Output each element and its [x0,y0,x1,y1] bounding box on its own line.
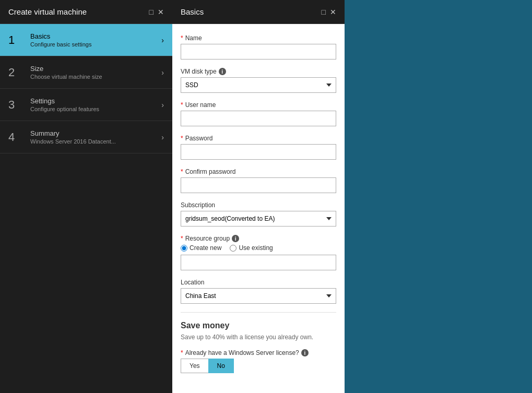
password-input[interactable] [181,144,336,160]
background-area [345,0,532,393]
confirm-password-group: * Confirm password [181,168,336,193]
vm-disk-type-label: VM disk type i [181,68,336,75]
step-list: 1 Basics Configure basic settings › 2 Si… [0,24,172,153]
step-4-number: 4 [8,130,25,144]
name-group: * Name [181,34,336,59]
resource-group-label: * Resource group i [181,235,336,242]
confirm-password-input[interactable] [181,177,336,193]
resource-group-required-star: * [181,235,183,242]
license-label-text: Already have a Windows Server license? [185,349,299,356]
step-4-subtitle: Windows Server 2016 Datacent... [30,138,161,145]
resource-group-group: * Resource group i Create new Use existi… [181,235,336,270]
resource-group-radio-group: Create new Use existing [181,244,336,252]
license-group: * Already have a Windows Server license?… [181,349,336,373]
location-select[interactable]: China East China North [181,288,336,304]
right-panel-header: Basics □ ✕ [172,0,345,24]
step-1-title: Basics [30,32,161,40]
step-2-number: 2 [8,66,25,79]
location-label-text: Location [181,279,204,286]
subscription-group: Subscription gridsum_seod(Converted to E… [181,201,336,227]
license-no-button[interactable]: No [208,359,234,373]
step-2-subtitle: Choose virtual machine size [30,74,161,80]
left-panel-controls: □ ✕ [149,8,164,16]
right-close-button[interactable]: ✕ [330,8,336,16]
left-panel-title: Create virtual machine [8,7,87,16]
confirm-password-required-star: * [181,168,183,175]
location-group: Location China East China North [181,279,336,304]
save-money-section: Save money Save up to 40% with a license… [181,321,336,341]
resource-group-input[interactable] [181,255,336,270]
vm-disk-type-info-icon[interactable]: i [219,68,226,75]
step-1-info: Basics Configure basic settings [30,32,161,47]
step-3-title: Settings [30,97,161,105]
right-panel-title: Basics [181,7,204,16]
vm-disk-type-group: VM disk type i SSD HDD [181,68,336,93]
subscription-label-text: Subscription [181,201,215,209]
location-label: Location [181,279,336,286]
resource-group-info-icon[interactable]: i [232,235,239,242]
left-close-button[interactable]: ✕ [158,8,164,16]
username-group: * User name [181,101,336,126]
vm-disk-type-select[interactable]: SSD HDD [181,77,336,93]
step-4-chevron-icon: › [161,133,164,141]
name-label-text: Name [185,34,202,42]
resource-group-label-text: Resource group [185,235,230,242]
username-label-text: User name [185,101,216,109]
save-money-title: Save money [181,321,336,330]
username-input[interactable] [181,111,336,126]
step-2-title: Size [30,65,161,73]
resource-group-use-existing-option[interactable]: Use existing [230,244,273,252]
license-info-icon[interactable]: i [301,349,309,356]
step-1-chevron-icon: › [161,36,164,44]
step-3-info: Settings Configure optional features [30,97,161,112]
password-required-star: * [181,135,183,142]
license-yes-button[interactable]: Yes [181,359,208,373]
name-input[interactable] [181,44,336,59]
step-3-item[interactable]: 3 Settings Configure optional features › [0,89,172,121]
password-group: * Password [181,135,336,160]
step-3-number: 3 [8,98,25,112]
form-content: * Name VM disk type i SSD HDD * User nam… [172,24,345,393]
password-label: * Password [181,135,336,142]
left-panel: Create virtual machine □ ✕ 1 Basics Conf… [0,0,172,393]
step-2-chevron-icon: › [161,68,164,77]
step-4-title: Summary [30,129,161,137]
username-label: * User name [181,101,336,109]
subscription-label: Subscription [181,201,336,209]
section-divider [181,312,336,313]
username-required-star: * [181,101,183,109]
step-1-number: 1 [8,33,25,47]
license-label: * Already have a Windows Server license?… [181,349,336,356]
step-1-item[interactable]: 1 Basics Configure basic settings › [0,24,172,56]
step-4-info: Summary Windows Server 2016 Datacent... [30,129,161,145]
resource-group-create-new-label: Create new [190,244,221,252]
name-label: * Name [181,34,336,42]
step-3-chevron-icon: › [161,101,164,109]
step-3-subtitle: Configure optional features [30,106,161,112]
resource-group-use-existing-radio[interactable] [230,245,237,252]
confirm-password-label-text: Confirm password [185,168,236,175]
step-2-item[interactable]: 2 Size Choose virtual machine size › [0,56,172,89]
vm-disk-type-label-text: VM disk type [181,68,217,75]
right-panel: Basics □ ✕ * Name VM disk type i SSD HDD [172,0,345,393]
resource-group-create-new-option[interactable]: Create new [181,244,221,252]
step-4-item[interactable]: 4 Summary Windows Server 2016 Datacent..… [0,121,172,153]
resource-group-use-existing-label: Use existing [239,244,273,252]
step-2-info: Size Choose virtual machine size [30,65,161,80]
right-minimize-button[interactable]: □ [322,8,326,16]
save-money-desc: Save up to 40% with a license you alread… [181,334,336,341]
left-panel-header: Create virtual machine □ ✕ [0,0,172,24]
resource-group-create-new-radio[interactable] [181,245,187,252]
name-required-star: * [181,34,183,42]
license-buttons: Yes No [181,359,336,373]
left-minimize-button[interactable]: □ [149,8,153,16]
confirm-password-label: * Confirm password [181,168,336,175]
subscription-select[interactable]: gridsum_seod(Converted to EA) [181,211,336,227]
password-label-text: Password [185,135,213,142]
right-panel-controls: □ ✕ [322,8,336,16]
step-1-subtitle: Configure basic settings [30,41,161,47]
license-required-star: * [181,349,183,356]
